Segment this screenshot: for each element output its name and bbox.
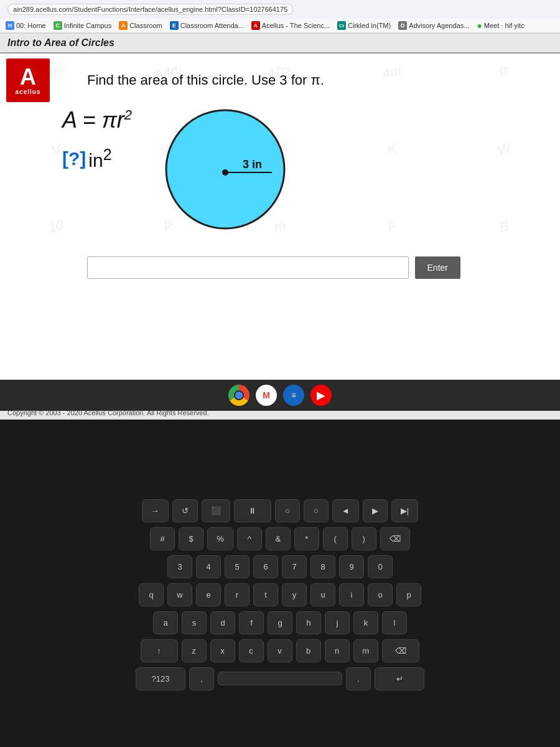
kb-key-percent[interactable]: % — [207, 527, 233, 550]
kb-key-prev[interactable]: ◄ — [332, 499, 359, 522]
kb-key-h[interactable]: h — [296, 611, 321, 634]
kb-row-function: → ↺ ⬛ ⏸ ○ ○ ◄ ▶ ▶| — [142, 499, 418, 522]
acellus-icon: A — [251, 21, 260, 30]
formula-block: A = πr2 [?] in2 — [62, 107, 132, 171]
taskbar-chrome-icon[interactable] — [228, 385, 250, 406]
taskbar: M ≡ ▶ — [0, 380, 560, 411]
kb-key-c[interactable]: c — [239, 639, 264, 662]
kb-row-bottom: ?123 , . ↵ — [136, 667, 424, 690]
kb-key-y[interactable]: y — [282, 583, 307, 606]
answer-display: [?] in2 — [62, 146, 132, 171]
kb-key-refresh[interactable]: ↺ — [172, 499, 198, 522]
page-container: Intro to Area of Circles 10² A4m 10> 4m … — [0, 34, 560, 420]
keyboard-area: → ↺ ⬛ ⏸ ○ ○ ◄ ▶ ▶| # $ % ^ & * ( ) ⌫ 3 4… — [0, 442, 560, 747]
kb-key-d[interactable]: d — [210, 611, 235, 634]
formula-area: A = πr2 [?] in2 3 in — [62, 107, 294, 238]
kb-key-shift[interactable]: ↑ — [141, 639, 178, 662]
kb-key-end[interactable]: ▶| — [391, 499, 418, 522]
acellus-logo-name: acellus — [16, 88, 41, 95]
kb-key-bksp-sym[interactable]: ⌫ — [380, 527, 410, 550]
kb-key-n[interactable]: n — [325, 639, 350, 662]
taskbar-docs-icon[interactable]: ≡ — [283, 385, 304, 406]
bookmark-home[interactable]: H 00: Home — [4, 21, 48, 31]
kb-key-r[interactable]: r — [225, 583, 250, 606]
kb-key-a[interactable]: a — [153, 611, 178, 634]
kb-row-asdf: a s d f g h j k l — [153, 611, 407, 634]
kb-key-back[interactable]: → — [142, 499, 169, 522]
kb-key-backspace[interactable]: ⌫ — [382, 639, 419, 662]
kb-key-q[interactable]: q — [139, 583, 164, 606]
attendance-icon: E — [170, 21, 179, 30]
kb-key-l[interactable]: l — [382, 611, 407, 634]
address-bar[interactable]: ain289.acellus.com/StudentFunctions/Inte… — [7, 4, 293, 15]
kb-key-6[interactable]: 6 — [253, 555, 278, 578]
kb-key-enter[interactable]: ↵ — [375, 667, 424, 690]
enter-button[interactable]: Enter — [415, 256, 460, 279]
kb-key-hash[interactable]: # — [150, 527, 175, 550]
kb-key-b[interactable]: b — [296, 639, 321, 662]
kb-key-comma[interactable]: , — [189, 667, 214, 690]
svg-text:3 in: 3 in — [243, 158, 262, 171]
kb-key-u[interactable]: u — [310, 583, 335, 606]
taskbar-gmail-icon[interactable]: M — [256, 385, 277, 406]
bookmark-advisory[interactable]: D Advisory Agendas... — [396, 21, 471, 31]
kb-key-dollar[interactable]: $ — [179, 527, 203, 550]
kb-key-123[interactable]: ?123 — [136, 667, 185, 690]
bookmark-attendance[interactable]: E Classroom Attenda... — [168, 21, 246, 31]
bookmark-cirkled[interactable]: Ci Cirkled in(TM) — [335, 21, 393, 31]
kb-key-screen[interactable]: ⬛ — [202, 499, 230, 522]
kb-key-space[interactable] — [218, 672, 342, 685]
kb-key-next[interactable]: ▶ — [363, 499, 388, 522]
kb-key-p[interactable]: p — [396, 583, 421, 606]
browser-chrome: ain289.acellus.com/StudentFunctions/Inte… — [0, 0, 560, 34]
kb-row-qwerty: q w e r t y u i o p — [139, 583, 421, 606]
kb-key-j[interactable]: j — [325, 611, 350, 634]
classroom-icon: A — [119, 21, 128, 30]
bookmark-meet[interactable]: ● Meet · hif·yitc — [475, 20, 526, 31]
title-bar: Intro to Area of Circles — [0, 34, 560, 54]
kb-key-s[interactable]: s — [182, 611, 207, 634]
kb-key-7[interactable]: 7 — [282, 555, 307, 578]
kb-row-zxcv: ↑ z x c v b n m ⌫ — [141, 639, 420, 662]
kb-key-caret[interactable]: ^ — [237, 527, 262, 550]
kb-key-9[interactable]: 9 — [339, 555, 364, 578]
kb-key-v[interactable]: v — [268, 639, 292, 662]
kb-key-t[interactable]: t — [253, 583, 278, 606]
kb-key-4[interactable]: 4 — [196, 555, 221, 578]
answer-bracket: [?] — [62, 148, 86, 169]
kb-key-amp[interactable]: & — [266, 527, 291, 550]
kb-key-m[interactable]: m — [353, 639, 379, 662]
taskbar-youtube-icon[interactable]: ▶ — [310, 385, 332, 406]
kb-key-i[interactable]: i — [339, 583, 364, 606]
kb-key-o[interactable]: o — [368, 583, 393, 606]
kb-key-k[interactable]: k — [353, 611, 378, 634]
cirkled-icon: Ci — [337, 21, 346, 30]
kb-key-g[interactable]: g — [268, 611, 292, 634]
kb-key-period[interactable]: . — [346, 667, 371, 690]
kb-key-circle[interactable]: ○ — [275, 499, 300, 522]
kb-key-3[interactable]: 3 — [167, 555, 192, 578]
kb-key-5[interactable]: 5 — [225, 555, 250, 578]
bookmarks-bar: H 00: Home C Infinite Campus A Classroom… — [0, 19, 560, 33]
kb-row-numbers: 3 4 5 6 7 8 9 0 — [167, 555, 393, 578]
kb-key-8[interactable]: 8 — [310, 555, 335, 578]
kb-key-f[interactable]: f — [239, 611, 264, 634]
kb-row-symbols: # $ % ^ & * ( ) ⌫ — [150, 527, 410, 550]
kb-key-circle2[interactable]: ○ — [304, 499, 329, 522]
kb-key-star[interactable]: * — [294, 527, 319, 550]
circle-svg: 3 in — [157, 101, 294, 238]
kb-key-0[interactable]: 0 — [368, 555, 393, 578]
bookmark-acellus[interactable]: A Acellus - The Scienc... — [250, 21, 332, 31]
kb-key-w[interactable]: w — [167, 583, 192, 606]
kb-key-e[interactable]: e — [196, 583, 221, 606]
kb-key-rparen[interactable]: ) — [352, 527, 376, 550]
formula-equation: A = πr2 — [62, 107, 132, 133]
bookmark-classroom[interactable]: A Classroom — [117, 21, 164, 31]
bookmark-infinite-campus[interactable]: C Infinite Campus — [52, 21, 113, 31]
kb-key-lparen[interactable]: ( — [323, 527, 348, 550]
kb-key-pause[interactable]: ⏸ — [234, 499, 271, 522]
answer-input[interactable] — [87, 256, 409, 279]
kb-key-z[interactable]: z — [182, 639, 207, 662]
kb-key-x[interactable]: x — [210, 639, 235, 662]
infinite-campus-icon: C — [54, 21, 62, 30]
